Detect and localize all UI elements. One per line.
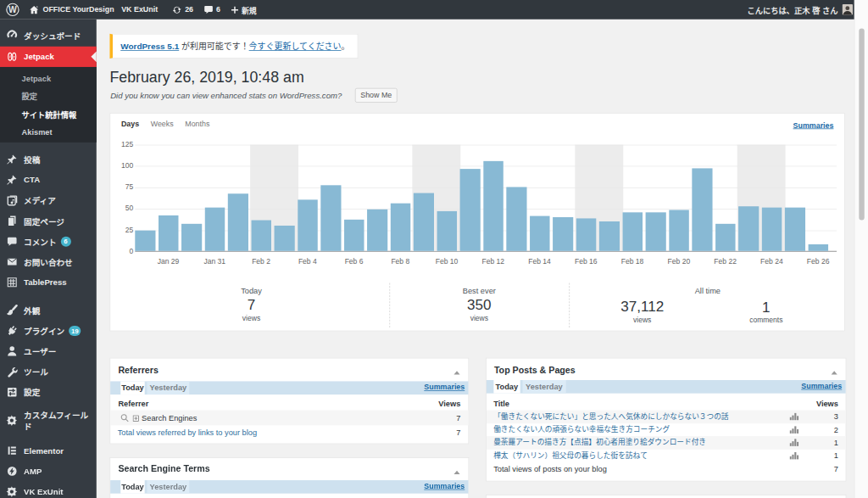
svg-text:W: W — [8, 5, 17, 14]
